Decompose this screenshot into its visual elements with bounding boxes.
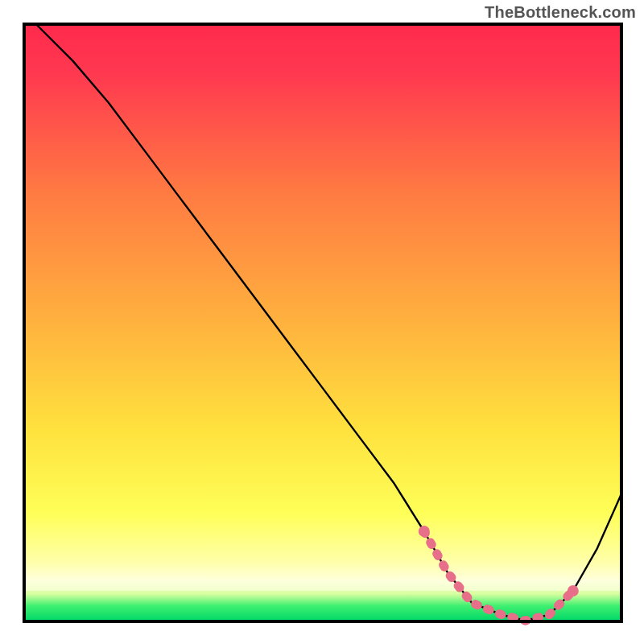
band-cap-left (419, 526, 430, 537)
band-cap-right (568, 585, 579, 597)
chart-stage: { "attribution": "TheBottleneck.com", "c… (0, 0, 644, 644)
pale-band (25, 580, 621, 591)
bottleneck-chart (0, 0, 644, 644)
attribution-text: TheBottleneck.com (485, 3, 636, 22)
plot-background (25, 25, 621, 621)
